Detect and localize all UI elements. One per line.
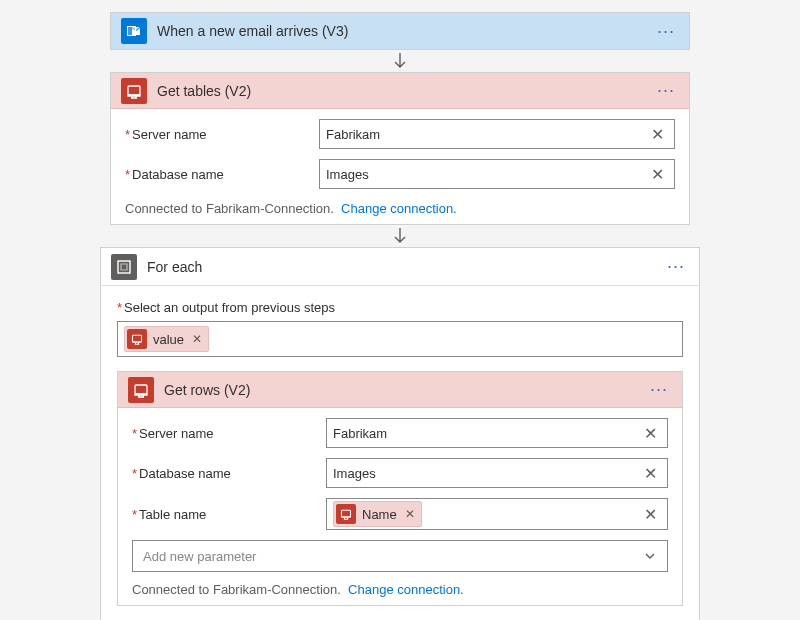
clear-icon[interactable]: ✕ bbox=[640, 424, 661, 443]
token-remove-icon[interactable]: ✕ bbox=[192, 332, 202, 346]
trigger-title: When a new email arrives (V3) bbox=[157, 23, 643, 39]
server-name-input[interactable]: Fabrikam ✕ bbox=[319, 119, 675, 149]
trigger-menu-button[interactable]: ··· bbox=[653, 21, 679, 42]
svg-rect-3 bbox=[118, 261, 130, 273]
svg-rect-6 bbox=[342, 510, 351, 517]
token-label: Name bbox=[362, 507, 397, 522]
connector-arrow bbox=[392, 225, 408, 247]
select-output-label: Select an output from previous steps bbox=[117, 300, 683, 315]
table-name-label: Table name bbox=[132, 507, 312, 522]
svg-rect-4 bbox=[133, 335, 142, 342]
add-action-button[interactable]: Add an action bbox=[117, 606, 683, 620]
change-connection-link[interactable]: Change connection. bbox=[348, 582, 464, 597]
clear-icon[interactable]: ✕ bbox=[640, 505, 661, 524]
database-name-input[interactable]: Images ✕ bbox=[319, 159, 675, 189]
foreach-title: For each bbox=[147, 259, 653, 275]
outlook-icon bbox=[121, 18, 147, 44]
trigger-card[interactable]: When a new email arrives (V3) ··· bbox=[110, 12, 690, 50]
value-token[interactable]: value ✕ bbox=[124, 326, 209, 352]
token-remove-icon[interactable]: ✕ bbox=[405, 507, 415, 521]
sql-icon bbox=[127, 329, 147, 349]
trigger-header[interactable]: When a new email arrives (V3) ··· bbox=[111, 13, 689, 49]
sql-icon bbox=[336, 504, 356, 524]
server-name-label: Server name bbox=[132, 426, 312, 441]
database-name-label: Database name bbox=[132, 466, 312, 481]
server-name-value: Fabrikam bbox=[326, 127, 647, 142]
foreach-header[interactable]: For each ··· bbox=[101, 248, 699, 286]
flow-canvas: When a new email arrives (V3) ··· Get ta… bbox=[0, 0, 800, 620]
clear-icon[interactable]: ✕ bbox=[647, 165, 668, 184]
sql-icon bbox=[128, 377, 154, 403]
database-name-input[interactable]: Images ✕ bbox=[326, 458, 668, 488]
get-rows-menu-button[interactable]: ··· bbox=[646, 379, 672, 400]
sql-icon bbox=[121, 78, 147, 104]
foreach-menu-button[interactable]: ··· bbox=[663, 256, 689, 277]
get-tables-title: Get tables (V2) bbox=[157, 83, 643, 99]
get-rows-card: Get rows (V2) ··· Server name Fabrikam ✕… bbox=[117, 371, 683, 606]
add-parameter-select[interactable]: Add new parameter bbox=[132, 540, 668, 572]
connection-status: Connected to Fabrikam-Connection. Change… bbox=[132, 580, 668, 597]
loop-icon bbox=[111, 254, 137, 280]
get-rows-title: Get rows (V2) bbox=[164, 382, 636, 398]
svg-rect-5 bbox=[135, 385, 147, 394]
svg-rect-2 bbox=[128, 86, 140, 95]
clear-icon[interactable]: ✕ bbox=[640, 464, 661, 483]
clear-icon[interactable]: ✕ bbox=[647, 125, 668, 144]
get-tables-header[interactable]: Get tables (V2) ··· bbox=[111, 73, 689, 109]
change-connection-link[interactable]: Change connection. bbox=[341, 201, 457, 216]
server-name-label: Server name bbox=[125, 127, 305, 142]
database-name-value: Images bbox=[326, 167, 647, 182]
chevron-down-icon bbox=[643, 549, 657, 563]
get-tables-card: Get tables (V2) ··· Server name Fabrikam… bbox=[110, 72, 690, 225]
foreach-card: For each ··· Select an output from previ… bbox=[100, 247, 700, 620]
foreach-body: Select an output from previous steps val… bbox=[101, 286, 699, 620]
get-rows-header[interactable]: Get rows (V2) ··· bbox=[118, 372, 682, 408]
name-token[interactable]: Name ✕ bbox=[333, 501, 422, 527]
table-name-input[interactable]: Name ✕ ✕ bbox=[326, 498, 668, 530]
connection-status: Connected to Fabrikam-Connection. Change… bbox=[125, 199, 675, 216]
database-name-label: Database name bbox=[125, 167, 305, 182]
get-tables-menu-button[interactable]: ··· bbox=[653, 80, 679, 101]
add-parameter-placeholder: Add new parameter bbox=[143, 549, 256, 564]
server-name-input[interactable]: Fabrikam ✕ bbox=[326, 418, 668, 448]
get-tables-body: Server name Fabrikam ✕ Database name Ima… bbox=[111, 109, 689, 224]
get-rows-body: Server name Fabrikam ✕ Database name Ima… bbox=[118, 408, 682, 605]
connector-arrow bbox=[392, 50, 408, 72]
token-label: value bbox=[153, 332, 184, 347]
select-output-input[interactable]: value ✕ bbox=[117, 321, 683, 357]
